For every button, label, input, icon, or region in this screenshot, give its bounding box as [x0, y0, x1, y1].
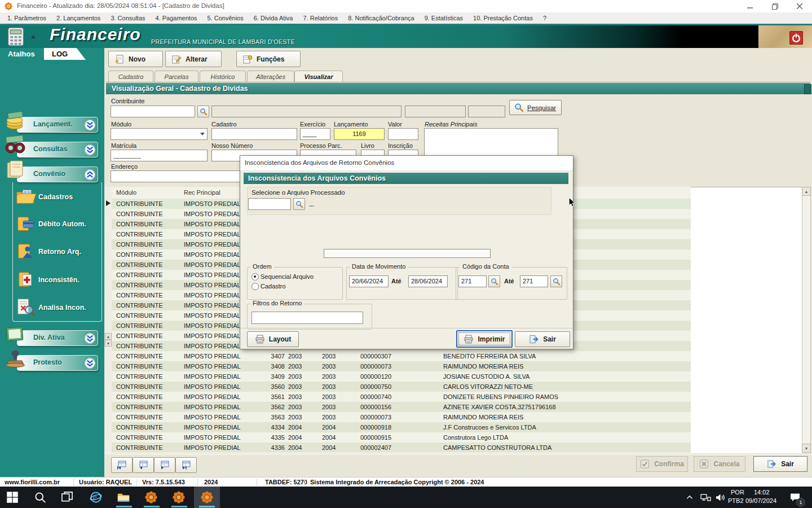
grid-header-rec[interactable]: Rec Principal [184, 189, 220, 196]
conta-de-search-button[interactable] [488, 275, 500, 287]
table-row[interactable]: CONTRIBUINTEIMPOSTO PREDIAL3408200320030… [112, 361, 691, 371]
menu-item-5[interactable]: 5. Convênios [202, 14, 249, 23]
tab-parcelas[interactable]: Parcelas [155, 71, 198, 82]
data-de-input[interactable]: 20/66/2024 [349, 275, 389, 287]
dialog-sair-button[interactable]: Sair [515, 331, 570, 347]
grid-header-modulo[interactable]: Módulo [116, 189, 136, 196]
funcoes-button[interactable]: Funções [236, 51, 301, 67]
first-record-button[interactable] [111, 457, 133, 473]
sidebar-group-consultas[interactable]: Consultas [17, 142, 98, 157]
table-row[interactable]: CONTRIBUINTEIMPOSTO PREDIAL4334200420040… [112, 422, 691, 432]
data-ate-input[interactable]: 28/06/2024 [408, 275, 448, 287]
arquivo-input[interactable] [248, 198, 291, 210]
scroll-down-button[interactable]: ▼ [802, 444, 811, 453]
alterar-button[interactable]: Alterar [165, 51, 222, 67]
sidebar-group-lancamentos[interactable]: Lançament. [17, 117, 98, 133]
radio-cadastro-label[interactable]: Cadastro [261, 283, 286, 290]
chevron-up-icon[interactable] [85, 169, 95, 180]
table-row[interactable]: CONTRIBUINTEIMPOSTO PREDIAL3409200320030… [112, 371, 691, 382]
menu-item-4[interactable]: 4. Pagamentos [151, 14, 202, 23]
power-button[interactable] [789, 31, 803, 45]
menu-item-3[interactable]: 3. Consultas [105, 14, 150, 23]
menu-item-7[interactable]: 7. Relatórios [298, 14, 343, 23]
taskbar-search-button[interactable] [28, 487, 52, 508]
radio-sequencial-label[interactable]: Sequencial Arquivo [261, 273, 314, 280]
table-row[interactable]: CONTRIBUINTEIMPOSTO PREDIAL3562200320030… [112, 402, 691, 412]
sidebar-item-inconsisten[interactable]: Inconsistên. [12, 268, 100, 294]
sidebar-tab-log[interactable]: LOG [44, 48, 86, 60]
table-row[interactable]: CONTRIBUINTEIMPOSTO PREDIAL4335200420040… [112, 432, 691, 443]
minimize-button[interactable] [738, 0, 762, 12]
matricula-input[interactable]: ________ [111, 150, 208, 161]
sidebar-item-cadastros[interactable]: Cadastros [12, 185, 100, 211]
menu-item-10[interactable]: 10. Prestação Contas [468, 14, 538, 23]
novo-button[interactable]: Novo [108, 51, 163, 67]
tab-historico[interactable]: Histórico [200, 71, 246, 82]
keyboard-layout[interactable]: PTB2 [728, 497, 744, 504]
caption-end-button[interactable] [804, 84, 811, 94]
layout-button[interactable]: Layout [247, 331, 299, 347]
table-row[interactable]: CONTRIBUINTEIMPOSTO PREDIAL3407200320030… [112, 351, 691, 361]
collapse-arrow-icon[interactable] [31, 35, 36, 38]
last-record-button[interactable] [175, 457, 197, 473]
radio-sequencial-arquivo[interactable] [251, 273, 259, 281]
pesquisar-button[interactable]: Pesquisar [509, 100, 562, 115]
sidebar-group-protesto[interactable]: Protesto [17, 355, 98, 371]
lancamento-input[interactable]: 1169 [334, 128, 385, 140]
tab-cadastro[interactable]: Cadastro [108, 71, 153, 82]
receitas-box[interactable] [424, 128, 558, 157]
language-indicator[interactable]: POR [731, 489, 744, 496]
menu-item-2[interactable]: 2. Lançamentos [51, 14, 105, 23]
fiorilli-app-1-button[interactable] [139, 487, 164, 508]
scroll-down-button[interactable]: ▼ [105, 340, 112, 347]
modulo-select[interactable] [111, 128, 208, 140]
restore-button[interactable] [762, 0, 787, 12]
arquivo-search-button[interactable] [293, 198, 305, 210]
sidebar-item-analisaincon[interactable]: Analisa Incon. [12, 295, 100, 321]
close-icon[interactable] [787, 0, 812, 12]
chevron-down-icon[interactable] [85, 358, 95, 369]
chevron-down-icon[interactable] [85, 120, 95, 130]
menu-item-9[interactable]: 9. Estatísticas [420, 14, 468, 23]
tab-visualizar[interactable]: Visualizar [294, 71, 343, 82]
table-row[interactable]: CONTRIBUINTEIMPOSTO PREDIAL3560200320030… [112, 382, 691, 392]
scroll-up-button[interactable]: ▲ [802, 187, 811, 196]
sair-button[interactable]: Sair [753, 456, 807, 472]
radio-cadastro[interactable] [251, 283, 259, 290]
start-button[interactable] [0, 487, 25, 508]
internet-explorer-button[interactable]: e [83, 487, 108, 508]
grid-vertical-scrollbar[interactable] [802, 187, 811, 453]
menu-item-1[interactable]: 1. Parâmetros [2, 14, 51, 23]
exercicio-input[interactable]: ____ [300, 128, 330, 140]
clock-date[interactable]: 09/07/2024 [745, 497, 776, 504]
volume-tray-icon[interactable] [712, 487, 729, 508]
tray-chevron-button[interactable] [681, 487, 698, 508]
conta-ate-input[interactable]: 271 [520, 275, 548, 287]
conta-de-input[interactable]: 271 [458, 275, 487, 287]
filtros-select[interactable] [251, 312, 363, 324]
scroll-up-button[interactable]: ▲ [105, 333, 112, 340]
chevron-down-icon[interactable] [85, 144, 95, 155]
contribuinte-input[interactable] [111, 106, 195, 117]
prior-record-button[interactable] [133, 457, 154, 473]
clock-time[interactable]: 14:02 [754, 489, 770, 496]
fiorilli-app-3-button-active[interactable] [195, 487, 219, 508]
next-record-button[interactable] [154, 457, 175, 473]
task-view-button[interactable] [55, 487, 80, 508]
fiorilli-app-2-button[interactable] [166, 487, 191, 508]
table-row[interactable]: CONTRIBUINTEIMPOSTO PREDIAL3563200320030… [112, 412, 691, 422]
file-explorer-button[interactable] [111, 487, 136, 508]
table-row[interactable]: CONTRIBUINTEIMPOSTO PREDIAL4336200420040… [112, 443, 691, 453]
menu-item-6[interactable]: 6. Divida Ativa [249, 14, 298, 23]
menu-item-11[interactable]: ? [538, 14, 551, 23]
sidebar-item-retornoarq[interactable]: Retorno Arq. [12, 239, 100, 265]
conta-ate-search-button[interactable] [550, 275, 562, 287]
cadastro-input[interactable] [211, 128, 297, 140]
sidebar-group-convenio[interactable]: Convênio [17, 167, 98, 182]
dialog-titlebar[interactable]: Insconcistencia dos Arquivos de Retorno … [240, 156, 573, 171]
sidebar-item-debitoautom[interactable]: Débito Autom. [12, 212, 100, 238]
sidebar-group-div-ativa[interactable]: Div. Ativa [17, 330, 98, 346]
chevron-down-icon[interactable] [85, 333, 95, 344]
table-row[interactable]: CONTRIBUINTEIMPOSTO PREDIAL3561200320030… [112, 392, 691, 402]
valor-input[interactable] [388, 128, 418, 140]
